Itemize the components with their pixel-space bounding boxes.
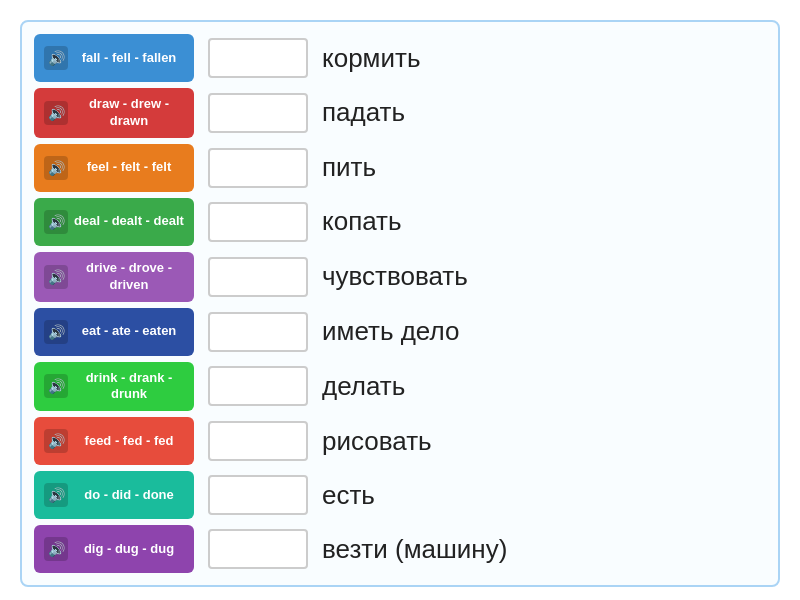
exercise-row: 🔊feed - fed - fedрисовать: [34, 417, 766, 465]
exercise-row: 🔊do - did - doneесть: [34, 471, 766, 519]
exercise-row: 🔊feel - felt - feltпить: [34, 144, 766, 192]
word-button-1[interactable]: 🔊fall - fell - fallen: [34, 34, 194, 82]
speaker-icon: 🔊: [44, 429, 68, 453]
answer-input-4[interactable]: [208, 202, 308, 242]
answer-input-8[interactable]: [208, 421, 308, 461]
exercise-row: 🔊drink - drank - drunkделать: [34, 362, 766, 412]
translation-label: иметь дело: [322, 316, 459, 347]
exercise-row: 🔊deal - dealt - dealtкопать: [34, 198, 766, 246]
exercise-container: 🔊fall - fell - fallenкормить🔊draw - drew…: [20, 20, 780, 587]
answer-input-6[interactable]: [208, 312, 308, 352]
speaker-icon: 🔊: [44, 320, 68, 344]
word-button-2[interactable]: 🔊draw - drew - drawn: [34, 88, 194, 138]
word-label: drive - drove - driven: [74, 260, 184, 294]
translation-label: копать: [322, 206, 402, 237]
answer-input-7[interactable]: [208, 366, 308, 406]
word-label: dig - dug - dug: [74, 541, 184, 558]
word-button-8[interactable]: 🔊feed - fed - fed: [34, 417, 194, 465]
word-label: feel - felt - felt: [74, 159, 184, 176]
translation-label: делать: [322, 371, 405, 402]
speaker-icon: 🔊: [44, 46, 68, 70]
answer-input-5[interactable]: [208, 257, 308, 297]
word-label: fall - fell - fallen: [74, 50, 184, 67]
answer-input-2[interactable]: [208, 93, 308, 133]
answer-input-1[interactable]: [208, 38, 308, 78]
translation-label: кормить: [322, 43, 420, 74]
speaker-icon: 🔊: [44, 101, 68, 125]
word-button-6[interactable]: 🔊eat - ate - eaten: [34, 308, 194, 356]
exercise-row: 🔊drive - drove - drivenчувствовать: [34, 252, 766, 302]
speaker-icon: 🔊: [44, 210, 68, 234]
word-button-3[interactable]: 🔊feel - felt - felt: [34, 144, 194, 192]
word-label: draw - drew - drawn: [74, 96, 184, 130]
translation-label: рисовать: [322, 426, 432, 457]
exercise-row: 🔊draw - drew - drawnпадать: [34, 88, 766, 138]
translation-label: падать: [322, 97, 405, 128]
word-button-4[interactable]: 🔊deal - dealt - dealt: [34, 198, 194, 246]
speaker-icon: 🔊: [44, 537, 68, 561]
word-label: deal - dealt - dealt: [74, 213, 184, 230]
exercise-row: 🔊fall - fell - fallenкормить: [34, 34, 766, 82]
translation-label: пить: [322, 152, 376, 183]
word-button-7[interactable]: 🔊drink - drank - drunk: [34, 362, 194, 412]
speaker-icon: 🔊: [44, 156, 68, 180]
exercise-row: 🔊eat - ate - eatenиметь дело: [34, 308, 766, 356]
answer-input-10[interactable]: [208, 529, 308, 569]
translation-label: чувствовать: [322, 261, 468, 292]
word-button-9[interactable]: 🔊do - did - done: [34, 471, 194, 519]
speaker-icon: 🔊: [44, 374, 68, 398]
word-button-5[interactable]: 🔊drive - drove - driven: [34, 252, 194, 302]
translation-label: есть: [322, 480, 375, 511]
word-label: eat - ate - eaten: [74, 323, 184, 340]
answer-input-3[interactable]: [208, 148, 308, 188]
speaker-icon: 🔊: [44, 265, 68, 289]
translation-label: везти (машину): [322, 534, 507, 565]
exercise-row: 🔊dig - dug - dugвезти (машину): [34, 525, 766, 573]
word-button-10[interactable]: 🔊dig - dug - dug: [34, 525, 194, 573]
answer-input-9[interactable]: [208, 475, 308, 515]
speaker-icon: 🔊: [44, 483, 68, 507]
word-label: drink - drank - drunk: [74, 370, 184, 404]
word-label: do - did - done: [74, 487, 184, 504]
word-label: feed - fed - fed: [74, 433, 184, 450]
